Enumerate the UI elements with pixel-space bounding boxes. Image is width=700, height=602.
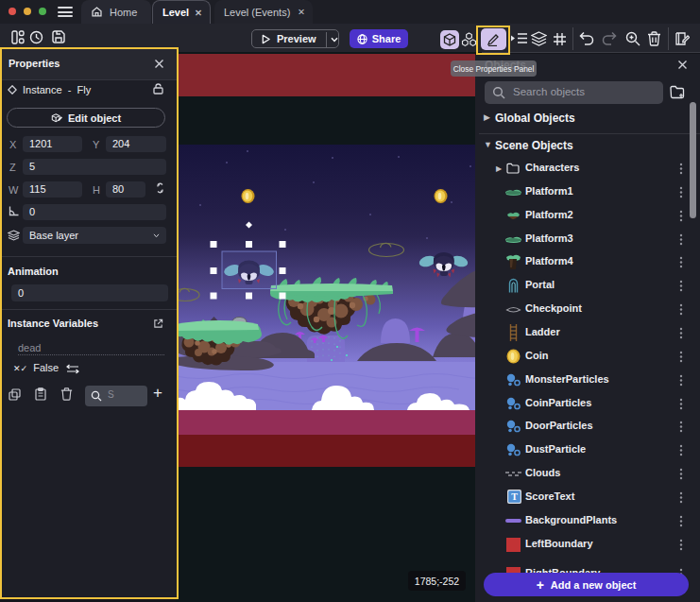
svg-text:T: T: [511, 491, 518, 502]
